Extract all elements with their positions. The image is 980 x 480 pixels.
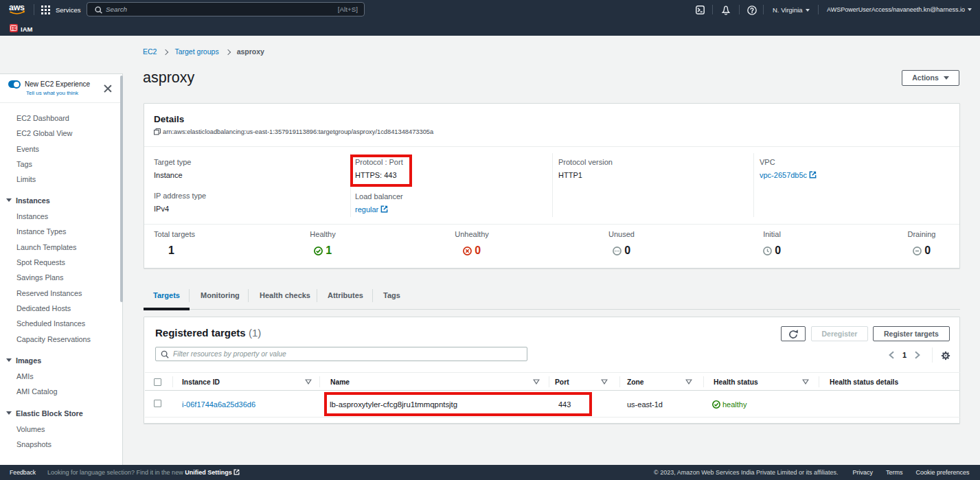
svg-text:aws: aws <box>9 3 25 12</box>
